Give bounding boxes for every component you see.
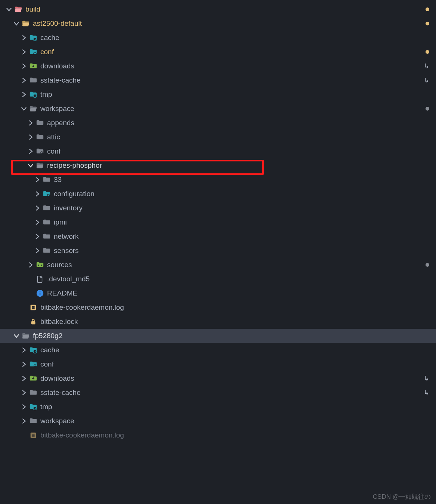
tree-item-label: recipes-phosphor — [47, 161, 102, 170]
folder-open-icon — [22, 19, 30, 28]
list-icon — [29, 431, 37, 439]
folder-download-icon — [29, 62, 37, 70]
folder-gear-icon — [36, 147, 44, 155]
chevron-right-icon — [20, 91, 28, 98]
folder-gear-icon — [29, 48, 37, 56]
tree-item-inventory[interactable]: inventory — [0, 201, 436, 215]
tree-item-sensors[interactable]: sensors — [0, 244, 436, 258]
folder-icon — [29, 417, 37, 425]
chevron-down-icon — [27, 162, 34, 169]
chevron-down-icon — [5, 6, 13, 13]
tree-item-label: bitbake-cookerdaemon.log — [40, 431, 124, 439]
tree-item-label: sstate-cache — [40, 76, 81, 84]
tree-item-label: inventory — [54, 204, 83, 212]
tree-item-cache[interactable]: cache — [0, 31, 436, 45]
tree-item-label: cache — [40, 346, 59, 354]
ignored-badge — [426, 263, 429, 267]
folder-clock-icon — [29, 346, 37, 354]
tree-item-ws-conf[interactable]: conf — [0, 144, 436, 158]
tree-item-readme[interactable]: README — [0, 286, 436, 300]
tree-item-label: configuration — [54, 190, 95, 198]
chevron-right-icon — [34, 190, 41, 198]
folder-icon — [43, 232, 51, 241]
symlink-badge: ↳ — [424, 389, 429, 397]
tree-item-fp-workspace[interactable]: workspace — [0, 414, 436, 428]
tree-item-label: bitbake-cookerdaemon.log — [40, 303, 124, 312]
tree-item-label: 33 — [54, 176, 62, 184]
tree-item-bitbake-log[interactable]: bitbake-cookerdaemon.log — [0, 300, 436, 315]
tree-item-ast2500-default[interactable]: ast2500-default — [0, 16, 436, 31]
ignored-badge — [426, 107, 429, 111]
folder-icon — [43, 247, 51, 255]
symlink-badge: ↳ — [424, 374, 429, 383]
tree-item-label: tmp — [40, 403, 52, 411]
file-icon — [36, 275, 44, 283]
tree-item-fp-downloads[interactable]: downloads ↳ — [0, 371, 436, 386]
folder-clock-icon — [29, 34, 37, 42]
tree-item-sstate-cache[interactable]: sstate-cache ↳ — [0, 73, 436, 87]
tree-item-fp-sstate-cache[interactable]: sstate-cache ↳ — [0, 386, 436, 400]
tree-item-devtool-md5[interactable]: .devtool_md5 — [0, 272, 436, 286]
tree-item-conf[interactable]: conf — [0, 45, 436, 59]
tree-item-bitbake-lock[interactable]: bitbake.lock — [0, 315, 436, 329]
tree-item-label: bitbake.lock — [40, 318, 78, 326]
folder-open-icon — [36, 161, 44, 170]
tree-item-network[interactable]: network — [0, 229, 436, 244]
tree-item-label: tmp — [40, 90, 52, 99]
chevron-right-icon — [20, 361, 28, 368]
tree-item-appends[interactable]: appends — [0, 116, 436, 130]
folder-icon — [43, 204, 51, 212]
modified-badge — [426, 22, 429, 25]
tree-item-label: appends — [47, 119, 74, 127]
tree-item-label: build — [25, 5, 40, 13]
info-icon — [36, 289, 44, 297]
tree-item-downloads[interactable]: downloads ↳ — [0, 59, 436, 73]
modified-badge — [426, 7, 429, 11]
modified-badge — [426, 50, 429, 54]
tree-item-label: fp5280g2 — [33, 332, 62, 340]
tree-item-ipmi[interactable]: ipmi — [0, 215, 436, 229]
tree-item-fp5280g2[interactable]: fp5280g2 — [0, 329, 436, 343]
tree-item-build[interactable]: build — [0, 2, 436, 16]
chevron-right-icon — [20, 403, 28, 411]
chevron-right-icon — [27, 148, 34, 155]
folder-icon — [29, 76, 37, 84]
list-icon — [29, 303, 37, 312]
folder-icon — [43, 218, 51, 226]
tree-item-label: conf — [40, 48, 54, 56]
tree-item-label: workspace — [40, 417, 74, 425]
tree-item-label: cache — [40, 34, 59, 42]
tree-item-label: conf — [47, 147, 61, 155]
tree-item-workspace[interactable]: workspace — [0, 102, 436, 116]
tree-item-label: conf — [40, 360, 54, 368]
chevron-right-icon — [27, 261, 34, 269]
tree-item-sources[interactable]: sources — [0, 258, 436, 272]
chevron-down-icon — [20, 105, 28, 112]
chevron-right-icon — [20, 77, 28, 84]
watermark: CSDN @一如既往の — [373, 492, 431, 501]
chevron-right-icon — [20, 389, 28, 396]
chevron-right-icon — [20, 62, 28, 70]
folder-clock-icon — [29, 403, 37, 411]
tree-item-fp-tmp[interactable]: tmp — [0, 400, 436, 414]
chevron-right-icon — [34, 233, 41, 240]
tree-item-fp-conf[interactable]: conf — [0, 357, 436, 371]
chevron-right-icon — [34, 219, 41, 226]
chevron-right-icon — [20, 417, 28, 425]
tree-item-label: network — [54, 232, 79, 241]
tree-item-label: sstate-cache — [40, 389, 81, 397]
tree-item-33[interactable]: 33 — [0, 173, 436, 187]
tree-item-recipes-phosphor[interactable]: recipes-phosphor — [0, 158, 436, 173]
tree-item-fp-cache[interactable]: cache — [0, 343, 436, 357]
folder-open-icon — [29, 105, 37, 113]
folder-download-icon — [29, 374, 37, 383]
tree-item-fp-bitbake-log[interactable]: bitbake-cookerdaemon.log — [0, 428, 436, 442]
tree-item-tmp[interactable]: tmp — [0, 87, 436, 102]
chevron-right-icon — [27, 133, 34, 141]
tree-item-attic[interactable]: attic — [0, 130, 436, 144]
chevron-down-icon — [13, 332, 20, 340]
tree-item-configuration[interactable]: configuration — [0, 187, 436, 201]
tree-item-label: downloads — [40, 62, 74, 70]
file-tree: build ast2500-default cache conf downloa… — [0, 0, 436, 442]
folder-code-icon — [36, 261, 44, 269]
